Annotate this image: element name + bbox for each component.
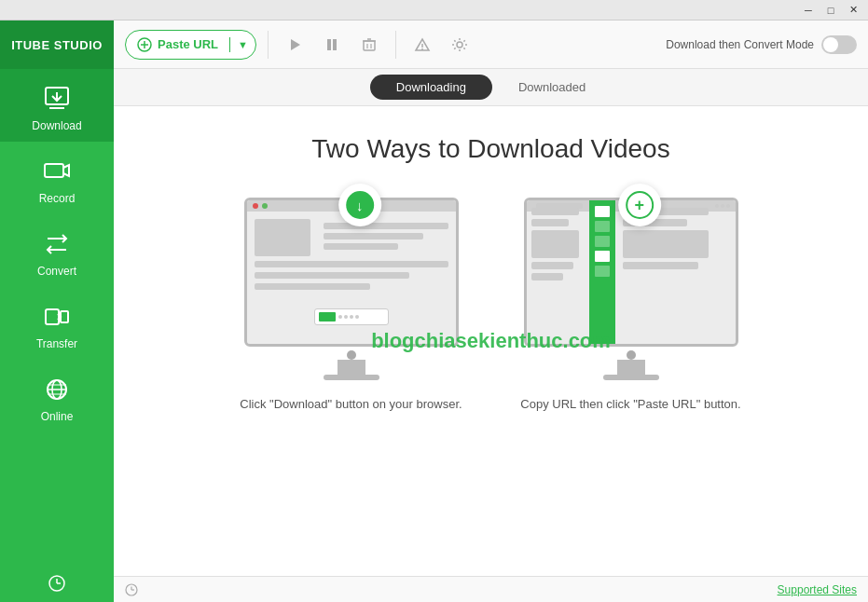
online-icon xyxy=(40,373,74,406)
svg-point-28 xyxy=(421,48,423,50)
paste-url-dropdown-arrow[interactable]: ▼ xyxy=(230,39,255,50)
illustration-1: ↓ xyxy=(240,198,463,414)
monitor-1-stand xyxy=(338,360,365,375)
dl-dot-1 xyxy=(338,315,342,319)
monitor-2-base xyxy=(603,375,659,380)
sidebar-item-online[interactable]: Online xyxy=(0,360,114,432)
app-logo: ITUBE STUDIO xyxy=(0,21,114,69)
illustration-2: + xyxy=(519,198,743,414)
download-arrow-icon: ↓ xyxy=(346,191,374,219)
tabs-bar: Downloading Downloaded xyxy=(114,69,868,106)
ext-item-3 xyxy=(595,236,610,247)
sidebar-item-record[interactable]: Record xyxy=(0,142,114,214)
illustrations: ↓ xyxy=(240,198,743,414)
monitor-2-stand xyxy=(617,360,645,375)
dl-dot-4 xyxy=(355,315,359,319)
sidebar-label-online: Online xyxy=(41,410,74,423)
download-icon xyxy=(40,82,74,116)
ext-item-5 xyxy=(595,266,610,277)
download-bubble: ↓ xyxy=(338,184,381,226)
illustration-2-caption: Copy URL then click "Paste URL" button. xyxy=(520,395,740,414)
sidebar-item-transfer[interactable]: Transfer xyxy=(0,287,114,360)
close-button[interactable]: ✕ xyxy=(842,2,864,19)
monitor-1-dot xyxy=(347,350,356,360)
plus-circle-icon xyxy=(137,37,152,52)
tab-downloaded[interactable]: Downloaded xyxy=(492,75,612,100)
screen-1-line-3 xyxy=(324,243,398,250)
browser-left-panel xyxy=(527,200,589,344)
monitor-2: + xyxy=(524,198,738,347)
plus-circle-icon: + xyxy=(626,191,654,219)
monitor-2-wrap: + xyxy=(524,198,738,380)
svg-marker-18 xyxy=(291,39,300,50)
clock-icon xyxy=(125,583,138,596)
svg-rect-19 xyxy=(327,39,331,50)
screen-1-line-5 xyxy=(255,272,409,279)
toolbar-separator-1 xyxy=(268,31,269,59)
paste-url-main: Paste URL xyxy=(126,37,230,52)
svg-rect-4 xyxy=(46,309,59,324)
settings-button[interactable] xyxy=(445,30,475,60)
dl-bar-green xyxy=(319,312,336,322)
sidebar-item-convert[interactable]: Convert xyxy=(0,214,114,287)
screen-1-line-1 xyxy=(324,223,448,229)
svg-rect-3 xyxy=(45,164,63,177)
ext-item-4 xyxy=(595,251,610,262)
extension-sidebar xyxy=(589,200,615,344)
screen-1-line-6 xyxy=(255,283,371,290)
ext-item-2 xyxy=(595,221,610,232)
monitor-1-wrap: ↓ xyxy=(244,198,459,380)
mode-label: Download then Convert Mode xyxy=(666,38,814,51)
delete-button[interactable] xyxy=(354,30,384,60)
toolbar-right: Download then Convert Mode xyxy=(666,35,857,54)
app-body: ITUBE STUDIO Download Record xyxy=(0,21,868,602)
transfer-icon xyxy=(40,300,74,334)
screen-dot-red xyxy=(253,203,258,209)
pause-button[interactable] xyxy=(317,30,347,60)
sidebar-label-download: Download xyxy=(32,119,81,132)
screen-1-line-4 xyxy=(255,261,448,267)
dl-dot-2 xyxy=(344,315,348,319)
sidebar-label-transfer: Transfer xyxy=(36,337,77,350)
monitor-1-base xyxy=(324,375,379,380)
svg-point-29 xyxy=(457,42,462,48)
sidebar-label-record: Record xyxy=(39,192,76,205)
maximize-button[interactable]: □ xyxy=(820,2,842,19)
illustration-1-caption: Click "Download" button on your browser. xyxy=(240,395,462,414)
minimize-button[interactable]: ─ xyxy=(797,2,820,19)
main-content: Paste URL ▼ xyxy=(114,21,868,602)
paste-url-label: Paste URL xyxy=(158,37,218,51)
status-left xyxy=(125,583,138,596)
page-title: Two Ways to Download Videos xyxy=(311,134,669,164)
toolbar-separator-2 xyxy=(395,31,396,59)
title-bar: ─ □ ✕ xyxy=(0,0,868,21)
paste-url-button[interactable]: Paste URL ▼ xyxy=(125,30,256,60)
toolbar: Paste URL ▼ xyxy=(114,21,868,69)
monitor-2-dot xyxy=(627,350,636,360)
convert-icon xyxy=(40,227,74,261)
content-area: Two Ways to Download Videos blogchiaseki… xyxy=(114,106,868,576)
dl-dot-3 xyxy=(350,315,353,319)
convert-mode-toggle[interactable] xyxy=(821,35,857,54)
record-icon xyxy=(40,155,74,188)
sidebar: ITUBE STUDIO Download Record xyxy=(0,21,114,602)
screen-1-line-2 xyxy=(324,233,423,239)
dl-bar-dots xyxy=(338,315,359,319)
tab-downloading[interactable]: Downloading xyxy=(370,75,492,100)
plus-bubble: + xyxy=(618,184,661,226)
play-button[interactable] xyxy=(280,30,310,60)
sidebar-item-download[interactable]: Download xyxy=(0,69,114,142)
status-bar: Supported Sites xyxy=(114,576,868,602)
download-bar-overlay xyxy=(314,308,389,325)
monitor-1: ↓ xyxy=(244,198,459,347)
svg-rect-20 xyxy=(333,39,337,50)
screen-1-box xyxy=(255,219,310,256)
supported-sites-link[interactable]: Supported Sites xyxy=(778,583,857,596)
sidebar-label-convert: Convert xyxy=(37,265,76,278)
svg-rect-21 xyxy=(364,41,375,50)
ext-item-1 xyxy=(595,206,610,217)
sidebar-clock xyxy=(0,565,114,602)
screen-dot-green xyxy=(262,203,268,209)
speed-button[interactable] xyxy=(407,30,437,60)
